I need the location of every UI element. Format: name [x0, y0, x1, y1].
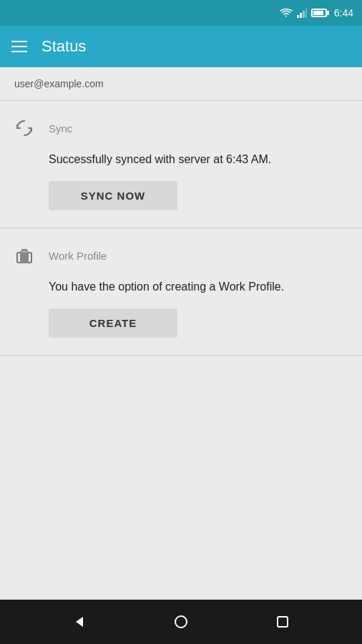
- work-profile-icon: [11, 243, 37, 268]
- sync-now-button[interactable]: SYNC NOW: [49, 181, 177, 210]
- work-profile-label: Work Profile: [49, 250, 107, 262]
- signal-icon: [297, 8, 307, 18]
- sync-icon: [11, 115, 37, 141]
- work-profile-section: Work Profile You have the option of crea…: [0, 228, 362, 356]
- work-profile-section-header: Work Profile: [11, 243, 351, 268]
- user-email: user@example.com: [14, 78, 104, 89]
- sync-section: Sync Successfully synced with server at …: [0, 101, 362, 228]
- sync-description: Successfully synced with server at 6:43 …: [49, 151, 351, 168]
- svg-rect-0: [297, 15, 299, 18]
- app-title: Status: [41, 37, 86, 56]
- recent-button[interactable]: [273, 612, 293, 632]
- work-profile-description: You have the option of creating a Work P…: [49, 278, 351, 296]
- content-spacer: [0, 356, 362, 600]
- status-icons: 6:44: [280, 7, 353, 19]
- status-bar: 6:44: [0, 0, 362, 26]
- svg-rect-5: [20, 252, 29, 263]
- create-button[interactable]: CREATE: [49, 308, 177, 338]
- svg-rect-8: [278, 617, 288, 627]
- nav-bar: [0, 600, 362, 644]
- home-button[interactable]: [171, 612, 191, 632]
- svg-rect-1: [300, 13, 302, 18]
- back-button[interactable]: [69, 612, 89, 632]
- svg-rect-3: [305, 9, 307, 18]
- app-bar: Status: [0, 26, 362, 67]
- content-area: user@example.com Sync Successfully synce…: [0, 67, 362, 600]
- battery-icon: [311, 9, 327, 17]
- sync-label: Sync: [49, 122, 72, 135]
- sync-section-header: Sync: [11, 115, 351, 141]
- svg-marker-6: [76, 617, 83, 627]
- sync-body: Successfully synced with server at 6:43 …: [11, 151, 351, 210]
- work-profile-body: You have the option of creating a Work P…: [11, 278, 351, 338]
- user-email-row: user@example.com: [0, 67, 362, 101]
- wifi-icon: [280, 8, 293, 18]
- svg-rect-2: [303, 11, 305, 18]
- svg-point-7: [175, 616, 187, 628]
- menu-icon[interactable]: [11, 41, 27, 52]
- status-time: 6:44: [334, 7, 353, 19]
